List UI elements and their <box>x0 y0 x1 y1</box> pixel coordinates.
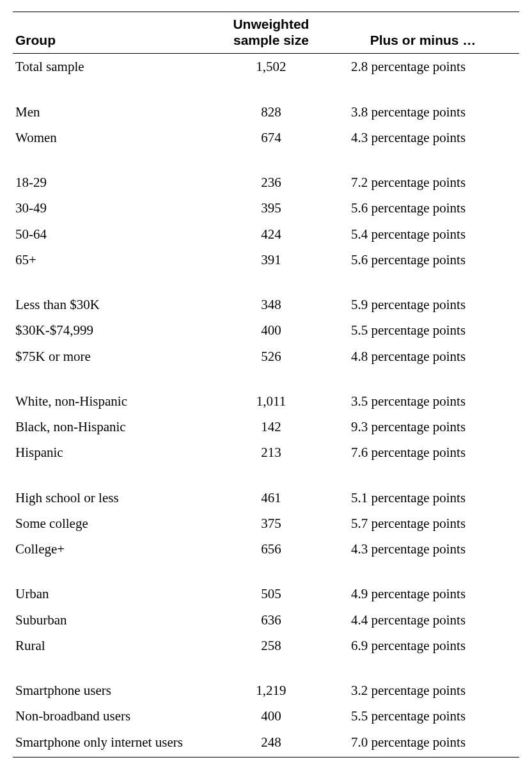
table-row: 65+3915.6 percentage points <box>13 247 519 273</box>
table-row: 30-493955.6 percentage points <box>13 195 519 221</box>
sample-size: 505 <box>215 581 327 607</box>
group-label: 18-29 <box>13 170 215 195</box>
sample-size: 213 <box>215 440 327 465</box>
group-label: Smartphone only internet users <box>13 729 215 758</box>
table-row: Urban5054.9 percentage points <box>13 581 519 607</box>
group-label: Suburban <box>13 607 215 633</box>
sample-size: 1,219 <box>215 678 327 703</box>
margin-of-error: 5.5 percentage points <box>327 703 519 729</box>
table-row: Men8283.8 percentage points <box>13 99 519 125</box>
table-row: 18-292367.2 percentage points <box>13 170 519 195</box>
col-size: Unweighted sample size <box>215 12 327 54</box>
margin-of-error: 5.6 percentage points <box>327 247 519 273</box>
sample-size: 348 <box>215 292 327 317</box>
margin-of-error: 4.4 percentage points <box>327 607 519 633</box>
group-label: College+ <box>13 536 215 562</box>
margin-of-error: 5.4 percentage points <box>327 221 519 247</box>
sample-size: 258 <box>215 633 327 658</box>
spacer-row <box>13 658 519 678</box>
margin-of-error: 7.0 percentage points <box>327 729 519 758</box>
sample-size: 248 <box>215 729 327 758</box>
group-label: $75K or more <box>13 344 215 369</box>
group-label: Black, non-Hispanic <box>13 414 215 440</box>
margin-of-error: 7.6 percentage points <box>327 440 519 465</box>
sample-size: 391 <box>215 247 327 273</box>
col-group: Group <box>13 12 215 54</box>
table-row: White, non-Hispanic1,0113.5 percentage p… <box>13 388 519 414</box>
group-label: Smartphone users <box>13 678 215 703</box>
spacer-row <box>13 150 519 170</box>
table-row: Non-broadband users4005.5 percentage poi… <box>13 703 519 729</box>
group-label: Rural <box>13 633 215 658</box>
margin-of-error: 3.8 percentage points <box>327 99 519 125</box>
group-label: 30-49 <box>13 195 215 221</box>
margin-of-error: 4.9 percentage points <box>327 581 519 607</box>
spacer-row <box>13 562 519 581</box>
sample-size: 395 <box>215 195 327 221</box>
spacer-row <box>13 273 519 292</box>
group-label: Hispanic <box>13 440 215 465</box>
margin-of-error: 3.5 percentage points <box>327 388 519 414</box>
sample-size: 1,011 <box>215 388 327 414</box>
table-row: Suburban6364.4 percentage points <box>13 607 519 633</box>
sample-size: 375 <box>215 511 327 536</box>
group-label: Women <box>13 125 215 150</box>
margin-of-error: 7.2 percentage points <box>327 170 519 195</box>
sample-size: 424 <box>215 221 327 247</box>
spacer-row <box>13 80 519 99</box>
margin-of-error: 4.8 percentage points <box>327 344 519 369</box>
table-row: $30K-$74,9994005.5 percentage points <box>13 317 519 343</box>
table-row: Women6744.3 percentage points <box>13 125 519 150</box>
margin-of-error: 5.5 percentage points <box>327 317 519 343</box>
table-row: Total sample1,5022.8 percentage points <box>13 54 519 80</box>
sample-size: 656 <box>215 536 327 562</box>
spacer-row <box>13 466 519 485</box>
header-row: Group Unweighted sample size Plus or min… <box>13 12 519 54</box>
group-label: 50-64 <box>13 221 215 247</box>
sample-size: 400 <box>215 703 327 729</box>
margin-of-error: 6.9 percentage points <box>327 633 519 658</box>
group-label: Men <box>13 99 215 125</box>
margin-of-error: 4.3 percentage points <box>327 536 519 562</box>
margin-of-error: 4.3 percentage points <box>327 125 519 150</box>
margin-of-error: 2.8 percentage points <box>327 54 519 80</box>
group-label: High school or less <box>13 485 215 511</box>
table-row: Less than $30K3485.9 percentage points <box>13 292 519 317</box>
margin-of-error: 5.7 percentage points <box>327 511 519 536</box>
col-margin: Plus or minus … <box>327 12 519 54</box>
sample-size: 674 <box>215 125 327 150</box>
group-label: 65+ <box>13 247 215 273</box>
group-label: White, non-Hispanic <box>13 388 215 414</box>
spacer-row <box>13 369 519 388</box>
sample-size: 526 <box>215 344 327 369</box>
table-row: $75K or more5264.8 percentage points <box>13 344 519 369</box>
sample-size: 142 <box>215 414 327 440</box>
table-row: High school or less4615.1 percentage poi… <box>13 485 519 511</box>
sample-size: 636 <box>215 607 327 633</box>
sample-size: 461 <box>215 485 327 511</box>
table-row: Some college3755.7 percentage points <box>13 511 519 536</box>
table-row: Smartphone users1,2193.2 percentage poin… <box>13 678 519 703</box>
table-row: 50-644245.4 percentage points <box>13 221 519 247</box>
margin-of-error: 5.6 percentage points <box>327 195 519 221</box>
group-label: Some college <box>13 511 215 536</box>
margin-of-error: 3.2 percentage points <box>327 678 519 703</box>
table-row: Hispanic2137.6 percentage points <box>13 440 519 465</box>
table-row: Rural2586.9 percentage points <box>13 633 519 658</box>
table-row: Black, non-Hispanic1429.3 percentage poi… <box>13 414 519 440</box>
margin-of-error: 5.9 percentage points <box>327 292 519 317</box>
group-label: Total sample <box>13 54 215 80</box>
table-row: Smartphone only internet users2487.0 per… <box>13 729 519 758</box>
margin-of-error: 9.3 percentage points <box>327 414 519 440</box>
group-label: Urban <box>13 581 215 607</box>
margin-of-error: 5.1 percentage points <box>327 485 519 511</box>
sample-size: 400 <box>215 317 327 343</box>
group-label: $30K-$74,999 <box>13 317 215 343</box>
sample-size: 828 <box>215 99 327 125</box>
sample-size: 236 <box>215 170 327 195</box>
group-label: Less than $30K <box>13 292 215 317</box>
group-label: Non-broadband users <box>13 703 215 729</box>
sample-size-table: Group Unweighted sample size Plus or min… <box>13 12 519 758</box>
sample-size: 1,502 <box>215 54 327 80</box>
table-row: College+6564.3 percentage points <box>13 536 519 562</box>
